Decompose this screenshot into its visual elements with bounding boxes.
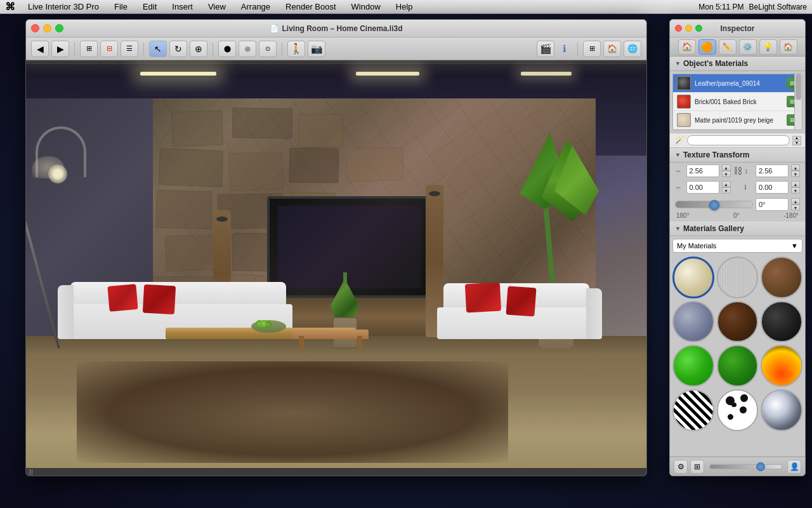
gallery-item-wood-dark[interactable] xyxy=(761,257,802,298)
gallery-grid xyxy=(672,257,802,431)
menu-window[interactable]: Window xyxy=(349,2,383,11)
materials-list-container: Leather/pamela_09014 ⊞ Brick/001 Baked B… xyxy=(672,74,802,130)
gallery-item-chrome[interactable] xyxy=(761,389,802,431)
search-bar[interactable] xyxy=(687,135,790,145)
scale-h-up[interactable]: ▲ xyxy=(722,164,731,171)
select-tool[interactable]: ↖ xyxy=(149,41,167,57)
insp-close-button[interactable] xyxy=(675,25,682,32)
gallery-item-dalmation[interactable] xyxy=(717,389,759,431)
tab-object[interactable]: 🟠 xyxy=(698,39,716,55)
scale-h-input[interactable] xyxy=(686,164,719,177)
material-item-brick[interactable]: Brick/001 Baked Brick ⊞ xyxy=(673,93,802,111)
brand-name: BeLight Software xyxy=(749,3,807,11)
spot-2 xyxy=(740,406,747,413)
gallery-title: Materials Gallery xyxy=(683,224,744,233)
material-thumb-brick xyxy=(677,95,691,109)
scale-v-up[interactable]: ▲ xyxy=(791,164,800,171)
move-tool[interactable]: ⊕ xyxy=(190,41,207,57)
sphere-tool[interactable]: ⬤ xyxy=(218,41,236,57)
floor-plan-button[interactable]: ⊞ xyxy=(80,41,98,57)
room-view-button[interactable]: ⊞ xyxy=(583,41,601,57)
walk-tool[interactable]: 🚶 xyxy=(287,41,305,57)
gallery-item-cream[interactable] xyxy=(672,257,714,298)
offset-v-input[interactable] xyxy=(756,181,789,194)
offset-v-down[interactable]: ▼ xyxy=(791,187,800,194)
materials-scrollbar[interactable] xyxy=(794,74,802,130)
gallery-dropdown[interactable]: My Materials ▼ xyxy=(672,239,802,253)
offset-v-up[interactable]: ▲ xyxy=(791,181,800,187)
gallery-item-metal-light[interactable] xyxy=(672,301,714,343)
wand-icon[interactable]: 🪄 xyxy=(674,135,684,145)
maximize-button[interactable] xyxy=(55,24,63,32)
bottom-slider[interactable] xyxy=(709,464,782,469)
apple-menu[interactable]: ⌘ xyxy=(5,1,15,13)
menu-edit[interactable]: Edit xyxy=(140,2,159,11)
menu-render[interactable]: Render Boost xyxy=(283,2,339,11)
list-view-button[interactable]: ☰ xyxy=(121,41,138,57)
window-title: 📄 Living Room – Home Cinema.li3d xyxy=(270,24,402,33)
tab-settings[interactable]: ⚙️ xyxy=(739,39,757,55)
rotation-up[interactable]: ▲ xyxy=(791,198,800,204)
scale-v-input[interactable] xyxy=(756,164,789,177)
stone-5 xyxy=(228,152,284,191)
back-button[interactable]: ◀ xyxy=(31,41,49,57)
scale-v-down[interactable]: ▼ xyxy=(791,171,800,177)
tab-material[interactable]: ✏️ xyxy=(719,39,737,55)
inspector-traffic-lights xyxy=(675,25,702,32)
material-item-leather[interactable]: Leather/pamela_09014 ⊞ xyxy=(673,74,802,93)
menu-view[interactable]: View xyxy=(206,2,228,11)
main-window: 📄 Living Room – Home Cinema.li3d ◀ ▶ ⊞ ⊟… xyxy=(25,19,647,476)
materials-section-header: ▼ Object's Materials xyxy=(670,57,805,71)
rotation-input[interactable] xyxy=(756,198,789,211)
bottom-person-button[interactable]: 👤 xyxy=(787,460,801,474)
offset-h-down[interactable]: ▼ xyxy=(722,187,731,194)
menu-app[interactable]: Live Interior 3D Pro xyxy=(25,2,102,11)
menu-insert[interactable]: Insert xyxy=(169,2,195,11)
info-button[interactable]: ℹ xyxy=(557,41,572,57)
gallery-item-green-dark[interactable] xyxy=(717,345,759,387)
offset-h-up[interactable]: ▲ xyxy=(722,181,731,187)
gallery-item-brown-dark[interactable] xyxy=(717,301,759,343)
exterior-view-button[interactable]: 🌐 xyxy=(624,41,641,57)
offset-v-stepper: ▲ ▼ xyxy=(791,181,800,194)
render-button[interactable]: 🎬 xyxy=(537,41,554,57)
rotation-thumb[interactable] xyxy=(709,200,719,210)
speaker-cone-r xyxy=(429,191,440,196)
close-button[interactable] xyxy=(31,24,39,32)
cube-tool[interactable]: ⊙ xyxy=(259,41,277,57)
viewport-scrollbar[interactable]: ||| xyxy=(26,468,646,476)
3d-view-button[interactable]: ⊟ xyxy=(100,41,118,57)
up-stepper[interactable]: ▲ xyxy=(792,136,801,140)
home-view-button[interactable]: 🏠 xyxy=(603,41,621,57)
cylinder-tool[interactable]: ◎ xyxy=(239,41,256,57)
forward-button[interactable]: ▶ xyxy=(51,41,69,57)
bottom-grid-button[interactable]: ⊞ xyxy=(690,460,704,474)
menu-file[interactable]: File xyxy=(112,2,130,11)
down-stepper[interactable]: ▼ xyxy=(792,141,801,145)
gallery-item-wood-light[interactable] xyxy=(717,257,759,298)
menu-help[interactable]: Help xyxy=(393,2,416,11)
bottom-settings-button[interactable]: ⚙ xyxy=(674,460,688,474)
gallery-item-fire[interactable] xyxy=(761,345,802,387)
texture-arrow: ▼ xyxy=(675,152,681,158)
gallery-item-green-bright[interactable] xyxy=(672,345,714,387)
camera-tool[interactable]: 📷 xyxy=(308,41,325,57)
material-item-paint[interactable]: Matte paint/1019 grey beige ⊞ xyxy=(673,111,802,130)
rotation-track[interactable] xyxy=(675,201,753,208)
rotate-tool[interactable]: ↻ xyxy=(169,41,187,57)
gallery-item-zebra[interactable] xyxy=(672,389,714,431)
offset-h-input[interactable] xyxy=(686,181,719,194)
gallery-item-black[interactable] xyxy=(761,301,802,343)
link-icon[interactable]: ⛓ xyxy=(733,166,742,176)
menu-arrange[interactable]: Arrange xyxy=(239,2,273,11)
insp-maximize-button[interactable] xyxy=(695,25,702,32)
scale-h-down[interactable]: ▼ xyxy=(722,171,731,177)
tab-home[interactable]: 🏠 xyxy=(678,39,696,55)
tab-render[interactable]: 🏠 xyxy=(780,39,797,55)
tab-light[interactable]: 💡 xyxy=(759,39,777,55)
minimize-button[interactable] xyxy=(43,24,51,32)
insp-minimize-button[interactable] xyxy=(685,25,692,32)
materials-scrollbar-thumb xyxy=(796,74,801,100)
viewport[interactable]: ||| xyxy=(26,60,646,476)
rotation-down[interactable]: ▼ xyxy=(791,204,800,211)
